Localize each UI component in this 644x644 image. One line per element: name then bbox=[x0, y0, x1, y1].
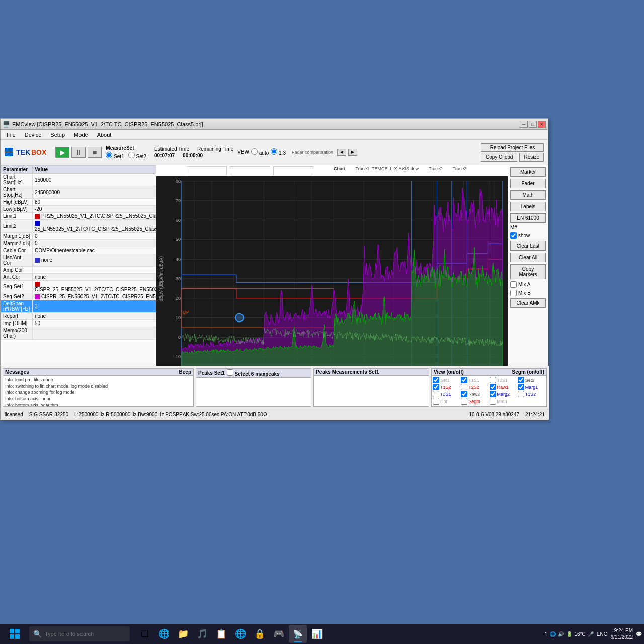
param-row[interactable]: Reportnone bbox=[1, 313, 157, 320]
set1-radio[interactable]: Set1 bbox=[106, 152, 124, 159]
search-bar[interactable]: 🔍 bbox=[29, 626, 130, 641]
chart-input-3[interactable] bbox=[273, 166, 313, 175]
search-input[interactable] bbox=[45, 631, 126, 637]
chart-input-2[interactable] bbox=[230, 166, 270, 175]
param-row[interactable]: Imp [OHM]50 bbox=[1, 320, 157, 327]
param-value-cell[interactable]: 245000000 bbox=[32, 186, 156, 199]
param-value-cell[interactable]: 50 bbox=[32, 320, 156, 327]
param-value-cell[interactable]: none bbox=[32, 273, 156, 280]
menu-setup[interactable]: Setup bbox=[46, 131, 69, 139]
param-row[interactable]: Ant Cornone bbox=[1, 273, 157, 280]
menu-about[interactable]: About bbox=[93, 131, 116, 139]
param-value-cell[interactable]: 0 bbox=[32, 239, 156, 247]
menu-mode[interactable]: Mode bbox=[70, 131, 92, 139]
param-value-cell[interactable]: 80 bbox=[32, 199, 156, 206]
close-button[interactable]: ✕ bbox=[538, 121, 546, 128]
param-value-cell[interactable]: none▼ bbox=[32, 254, 156, 266]
param-row[interactable]: Low[dBµV]-20 bbox=[1, 206, 157, 213]
copy-markers-btn[interactable]: Copy Markers bbox=[510, 264, 546, 279]
param-row[interactable]: Memo(200 Char) bbox=[1, 327, 157, 340]
pause-button[interactable]: ⏸ bbox=[71, 147, 86, 158]
view-item[interactable]: Segm bbox=[461, 398, 489, 405]
param-row[interactable]: Chart Stop[Hz]245000000 bbox=[1, 186, 157, 199]
mic-icon[interactable]: 🎤 bbox=[588, 631, 594, 637]
minimize-button[interactable]: ─ bbox=[520, 121, 528, 128]
view-item[interactable]: Marg2 bbox=[490, 391, 517, 397]
view-item[interactable]: Cor bbox=[433, 398, 460, 405]
chevron-icon[interactable]: ⌃ bbox=[544, 631, 548, 637]
notification-icon[interactable]: 💬 bbox=[636, 631, 642, 637]
clear-all-btn[interactable]: Clear All bbox=[510, 253, 546, 262]
param-row[interactable]: Seg-Set2CISPR_25_EN55025_V1_2\TC\TC_CISP… bbox=[1, 293, 157, 300]
param-value-cell[interactable]: PR25_EN55025_V1_2\TC\CISPR25_EN55025_Cla… bbox=[32, 213, 156, 220]
taskbar-app-chart[interactable]: 📊 bbox=[308, 625, 326, 643]
taskbar-app-browser[interactable]: 🌐 bbox=[231, 625, 250, 643]
play-button[interactable]: ▶ bbox=[55, 147, 69, 158]
param-value-cell[interactable] bbox=[32, 266, 156, 273]
param-value-cell[interactable]: CISPR_25_EN55025_V1_2\TC\TC_CISPR25_EN55… bbox=[32, 293, 156, 300]
reload-project-btn[interactable]: Reload Project Files bbox=[481, 143, 544, 152]
param-row[interactable]: Margin2[dB]0 bbox=[1, 239, 157, 247]
taskbar-app-media[interactable]: 🎵 bbox=[193, 625, 211, 643]
view-item[interactable]: Raw2 bbox=[461, 391, 489, 397]
volume-icon[interactable]: 🔊 bbox=[558, 631, 564, 637]
spectrum-canvas[interactable] bbox=[156, 176, 508, 386]
param-row[interactable]: High[dBµV]80 bbox=[1, 199, 157, 206]
labels-btn[interactable]: Labels bbox=[510, 202, 546, 211]
view-item[interactable]: T1S2 bbox=[433, 384, 460, 390]
chart-canvas-container[interactable] bbox=[156, 176, 508, 386]
param-row[interactable]: Seg-Set1CISPR_25_EN55025_V1_2\TC\TC_CISP… bbox=[1, 280, 157, 293]
view-item[interactable]: Set2 bbox=[518, 377, 545, 383]
param-row[interactable]: Limit225_EN55025_V1_2\TC\TC_CISPR25_EN55… bbox=[1, 220, 157, 232]
view-item[interactable]: Raw1 bbox=[490, 384, 517, 390]
mix-a-checkbox[interactable] bbox=[510, 281, 517, 288]
view-item[interactable]: Set1 bbox=[433, 377, 460, 383]
copy-clipbd-btn[interactable]: Copy Clipbd bbox=[481, 153, 517, 162]
marker-btn[interactable]: Marker bbox=[510, 167, 546, 177]
taskbar-app-game[interactable]: 🎮 bbox=[270, 625, 288, 643]
param-row[interactable]: Cable CorCOMP\Other\testcable.cac bbox=[1, 247, 157, 254]
clear-amk-btn[interactable]: Clear AMk bbox=[510, 298, 546, 308]
mix-b-checkbox[interactable] bbox=[510, 290, 517, 296]
fader-left-btn[interactable]: ◀ bbox=[337, 149, 346, 156]
show-checkbox[interactable] bbox=[510, 232, 517, 239]
taskbar-app-emcview[interactable]: 📡 bbox=[289, 625, 307, 643]
param-value-cell[interactable]: CISPR_25_EN55025_V1_2\TC\TC_CISPR25_EN55… bbox=[32, 280, 156, 293]
fader-right-btn[interactable]: ▶ bbox=[348, 149, 357, 156]
en61000-btn[interactable]: EN 61000 bbox=[510, 213, 546, 223]
resize-btn[interactable]: Resize bbox=[519, 153, 544, 162]
param-row[interactable]: DeltSpan n*RBW [Hz]3 bbox=[1, 300, 157, 313]
menu-file[interactable]: File bbox=[3, 131, 20, 139]
param-value-cell[interactable]: 0 bbox=[32, 232, 156, 239]
view-item[interactable]: T2S2 bbox=[461, 384, 489, 390]
taskbar-app-explorer[interactable]: 📁 bbox=[174, 625, 192, 643]
view-item[interactable]: Marg1 bbox=[518, 384, 545, 390]
param-value-cell[interactable]: -20 bbox=[32, 206, 156, 213]
vbw-auto-radio[interactable]: auto bbox=[251, 148, 269, 156]
param-value-cell[interactable]: 3 bbox=[32, 300, 156, 313]
param-row[interactable]: Limit1PR25_EN55025_V1_2\TC\CISPR25_EN550… bbox=[1, 213, 157, 220]
taskbar-app-clipboard[interactable]: 📋 bbox=[212, 625, 230, 643]
view-item[interactable]: T3S2 bbox=[518, 391, 545, 397]
select-maxpeaks-checkbox[interactable] bbox=[227, 369, 233, 376]
stop-button[interactable]: ■ bbox=[88, 147, 102, 158]
taskbar-app-security[interactable]: 🔒 bbox=[251, 625, 269, 643]
param-value-cell[interactable]: 150000 bbox=[32, 174, 156, 186]
taskbar-app-edge[interactable]: 🌐 bbox=[155, 625, 173, 643]
clear-last-btn[interactable]: Clear Last bbox=[510, 241, 546, 251]
param-value-cell[interactable]: 25_EN55025_V1_2\TC\TC_CISPR25_EN55025_Cl… bbox=[32, 220, 156, 232]
param-row[interactable]: Chart Start[Hz]150000 bbox=[1, 174, 157, 186]
math-btn[interactable]: Math bbox=[510, 190, 546, 200]
maximize-button[interactable]: □ bbox=[529, 121, 537, 128]
menu-device[interactable]: Device bbox=[21, 131, 46, 139]
param-row[interactable]: Lisn/Ant Cornone▼ bbox=[1, 254, 157, 266]
set2-radio[interactable]: Set2 bbox=[128, 152, 146, 159]
chart-input-1[interactable] bbox=[187, 166, 227, 175]
param-value-cell[interactable]: none bbox=[32, 313, 156, 320]
view-item[interactable]: T1S1 bbox=[461, 377, 489, 383]
param-row[interactable]: Margin1[dB]0 bbox=[1, 232, 157, 239]
param-value-cell[interactable] bbox=[32, 327, 156, 340]
view-item[interactable]: Math bbox=[490, 398, 517, 405]
select-maxpeaks-label[interactable]: Select 6 maxpeaks bbox=[227, 369, 280, 377]
vbw-13-radio[interactable]: 1:3 bbox=[271, 148, 286, 156]
